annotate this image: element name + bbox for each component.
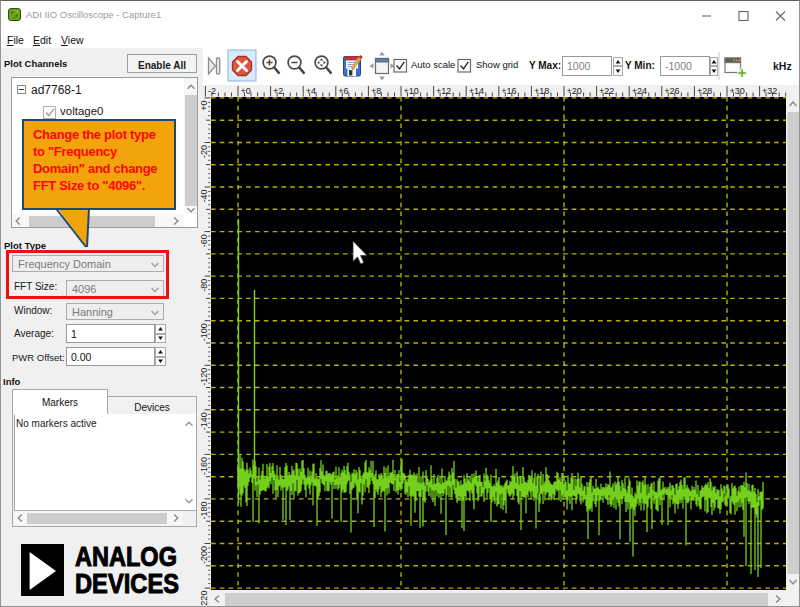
svg-text:+14: +14 (469, 86, 484, 96)
svg-text:+20: +20 (567, 86, 582, 96)
svg-text:+8: +8 (371, 86, 381, 96)
svg-text:-140: -140 (200, 412, 209, 430)
svg-text:+22: +22 (599, 86, 614, 96)
svg-text:+0: +0 (200, 100, 209, 110)
svg-text:+32: +32 (762, 86, 777, 96)
svg-text:-80: -80 (200, 279, 209, 292)
svg-text:+24: +24 (632, 86, 647, 96)
svg-text:-220: -220 (200, 591, 209, 607)
svg-text:+0: +0 (241, 86, 251, 96)
svg-text:+10: +10 (404, 86, 419, 96)
svg-text:+18: +18 (534, 86, 549, 96)
svg-text:-20: -20 (200, 145, 209, 158)
svg-text:+16: +16 (501, 86, 516, 96)
svg-text:-40: -40 (200, 190, 209, 203)
svg-text:+4: +4 (306, 86, 316, 96)
svg-text:+26: +26 (664, 86, 679, 96)
svg-text:-180: -180 (200, 501, 209, 519)
svg-text:-160: -160 (200, 457, 209, 475)
svg-text:+28: +28 (697, 86, 712, 96)
svg-text:+30: +30 (730, 86, 745, 96)
svg-text:+2: +2 (273, 86, 283, 96)
svg-text:-60: -60 (200, 234, 209, 247)
svg-text:ANALOG: ANALOG (75, 544, 177, 572)
svg-text:-100: -100 (200, 323, 209, 341)
svg-text:-200: -200 (200, 546, 209, 564)
svg-text:+12: +12 (436, 86, 451, 96)
svg-text:DEVICES: DEVICES (75, 569, 179, 596)
svg-text:-120: -120 (200, 368, 209, 386)
svg-text:+6: +6 (338, 86, 348, 96)
